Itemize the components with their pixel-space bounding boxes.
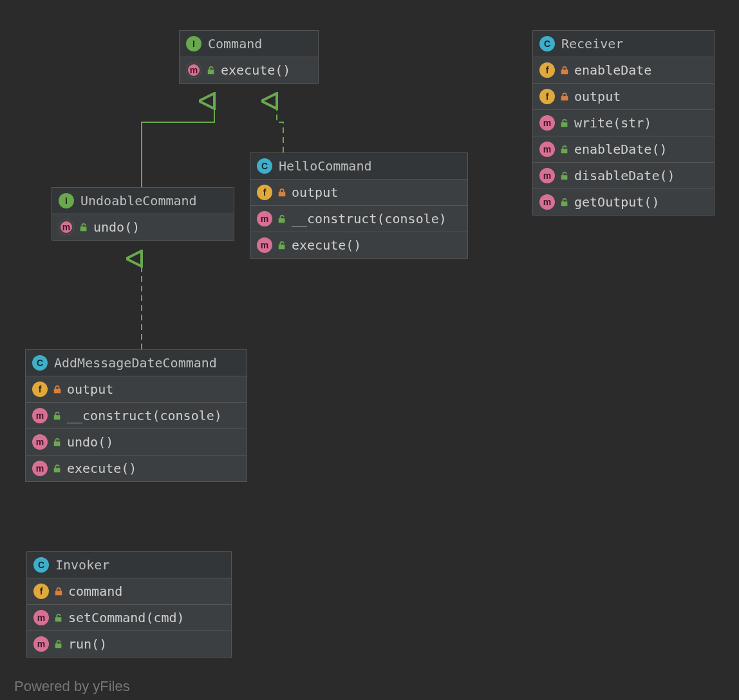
member-row: m getOutput() [533, 189, 714, 215]
method-icon: m [59, 219, 74, 235]
lock-icon [560, 92, 569, 101]
class-header: C Invoker [27, 552, 231, 578]
member-label: execute() [67, 461, 136, 476]
member-row: m execute() [180, 57, 318, 83]
field-icon: f [539, 89, 555, 104]
field-icon: f [539, 62, 555, 78]
unlock-icon [54, 640, 63, 649]
member-label: __construct(console) [292, 211, 447, 226]
member-label: enableDate() [574, 142, 668, 157]
member-label: run() [68, 636, 107, 652]
unlock-icon [53, 464, 62, 473]
method-icon: m [539, 168, 555, 183]
method-icon: m [186, 62, 201, 78]
method-icon: m [32, 434, 48, 450]
member-row: f command [27, 578, 231, 605]
member-row: m __construct(console) [250, 206, 467, 232]
member-row: f output [26, 376, 247, 403]
method-icon: m [33, 636, 49, 652]
member-row: m write(str) [533, 110, 714, 136]
interface-icon: I [59, 193, 74, 208]
unlock-icon [207, 66, 216, 75]
member-label: disableDate() [574, 168, 675, 183]
unlock-icon [277, 241, 286, 250]
unlock-icon [53, 438, 62, 447]
class-header: C HelloCommand [250, 153, 467, 180]
unlock-icon [277, 214, 286, 223]
method-icon: m [539, 142, 555, 157]
member-label: output [67, 382, 113, 397]
class-icon: C [32, 355, 48, 371]
member-label: undo() [67, 434, 113, 450]
class-box-command[interactable]: I Command m execute() [179, 30, 319, 84]
field-icon: f [32, 382, 48, 397]
unlock-icon [79, 223, 88, 232]
unlock-icon [560, 198, 569, 207]
member-row: m __construct(console) [26, 403, 247, 429]
method-icon: m [539, 194, 555, 210]
class-header: C Receiver [533, 31, 714, 57]
class-header: C AddMessageDateCommand [26, 350, 247, 376]
member-label: __construct(console) [67, 408, 222, 423]
class-name: Command [208, 36, 262, 51]
member-label: execute() [292, 237, 361, 253]
member-row: f output [250, 180, 467, 206]
member-row: m execute() [26, 456, 247, 481]
method-icon: m [257, 211, 272, 226]
class-icon: C [33, 557, 49, 573]
member-label: write(str) [574, 115, 651, 131]
class-header: I Command [180, 31, 318, 57]
method-icon: m [33, 610, 49, 625]
member-label: execute() [221, 62, 290, 78]
interface-icon: I [186, 36, 201, 51]
lock-icon [560, 66, 569, 75]
class-name: Invoker [55, 557, 109, 573]
member-label: output [292, 185, 338, 200]
member-label: enableDate [574, 62, 651, 78]
class-name: HelloCommand [279, 158, 372, 174]
lock-icon [53, 385, 62, 394]
class-icon: C [257, 158, 272, 174]
class-header: I UndoableCommand [52, 188, 234, 214]
lock-icon [277, 188, 286, 197]
class-box-addmsg[interactable]: C AddMessageDateCommand f output m __con… [25, 349, 247, 482]
member-row: m undo() [26, 429, 247, 456]
member-row: m undo() [52, 214, 234, 240]
member-row: m run() [27, 631, 231, 657]
method-icon: m [32, 408, 48, 423]
field-icon: f [33, 584, 49, 599]
method-icon: m [32, 461, 48, 476]
field-icon: f [257, 185, 272, 200]
class-box-invoker[interactable]: C Invoker f command m setCommand(cmd) m … [26, 551, 232, 658]
unlock-icon [54, 613, 63, 622]
unlock-icon [560, 171, 569, 180]
member-row: f output [533, 84, 714, 110]
member-label: output [574, 89, 621, 104]
member-label: undo() [93, 219, 140, 235]
class-box-hello[interactable]: C HelloCommand f output m __construct(co… [250, 152, 468, 259]
class-box-undoable[interactable]: I UndoableCommand m undo() [51, 187, 234, 241]
class-icon: C [539, 36, 555, 51]
unlock-icon [53, 411, 62, 420]
member-row: m enableDate() [533, 136, 714, 163]
member-label: getOutput() [574, 194, 659, 210]
class-name: AddMessageDateCommand [54, 355, 217, 371]
lock-icon [54, 587, 63, 596]
class-name: Receiver [561, 36, 623, 51]
watermark: Powered by yFiles [14, 678, 130, 695]
member-label: setCommand(cmd) [68, 610, 185, 625]
member-row: m disableDate() [533, 163, 714, 189]
method-icon: m [257, 237, 272, 253]
method-icon: m [539, 115, 555, 131]
unlock-icon [560, 145, 569, 154]
unlock-icon [560, 118, 569, 127]
class-box-receiver[interactable]: C Receiver f enableDate f output m write… [532, 30, 715, 216]
member-row: f enableDate [533, 57, 714, 84]
member-row: m setCommand(cmd) [27, 605, 231, 631]
member-row: m execute() [250, 232, 467, 258]
member-label: command [68, 584, 122, 599]
class-name: UndoableCommand [80, 193, 197, 208]
